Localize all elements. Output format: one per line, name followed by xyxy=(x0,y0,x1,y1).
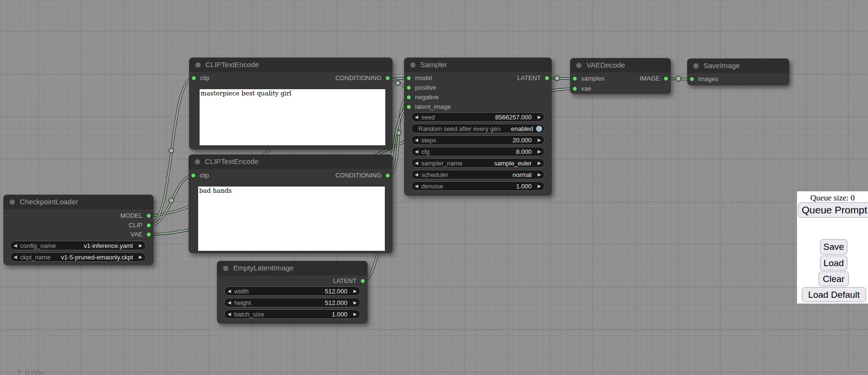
node-clip-text-encode-negative[interactable]: CLIPTextEncode clip CONDITIONING bad han… xyxy=(189,154,392,253)
widget-batch-size[interactable]: ◀ batch_size 1.000 ▶ xyxy=(224,309,360,319)
next-arrow-icon[interactable]: ▶ xyxy=(350,289,360,293)
output-port-image[interactable] xyxy=(664,76,668,81)
node-collapse-dot[interactable] xyxy=(195,159,200,164)
next-arrow-icon[interactable]: ▶ xyxy=(535,115,544,119)
node-collapse-dot[interactable] xyxy=(223,266,228,271)
next-arrow-icon[interactable]: ▶ xyxy=(136,255,145,259)
input-port-positive[interactable] xyxy=(406,85,411,90)
input-port-images[interactable] xyxy=(690,77,694,82)
prev-arrow-icon[interactable]: ◀ xyxy=(412,115,421,119)
node-title-bar[interactable]: SaveImage xyxy=(687,59,789,73)
output-port-clip[interactable] xyxy=(146,223,151,228)
widget-scheduler[interactable]: ◀ scheduler normal ▶ xyxy=(411,170,545,179)
node-title: EmptyLatentImage xyxy=(233,261,294,275)
next-arrow-icon[interactable]: ▶ xyxy=(535,184,544,188)
prev-arrow-icon[interactable]: ◀ xyxy=(225,300,234,305)
widget-height[interactable]: ◀ height 512.000 ▶ xyxy=(224,298,360,307)
input-port-vae[interactable] xyxy=(572,86,577,91)
output-label: LATENT xyxy=(517,73,541,83)
node-title-bar[interactable]: CheckpointLoader xyxy=(3,195,154,209)
input-port-model[interactable] xyxy=(406,76,411,81)
prev-arrow-icon[interactable]: ◀ xyxy=(225,289,234,293)
control-panel: Queue size: 0 Queue Prompt Save Load Cle… xyxy=(797,191,868,304)
widget-random-seed-toggle[interactable]: Random seed after every gen enabled xyxy=(411,124,545,133)
widget-ckpt-name[interactable]: ◀ ckpt_name v1-5-pruned-emaonly.ckpt ▶ xyxy=(10,252,146,262)
widget-label: ckpt_name xyxy=(20,254,51,261)
widget-label: config_name xyxy=(20,242,56,249)
output-port-model[interactable] xyxy=(146,213,151,218)
widget-value: normal xyxy=(448,171,535,178)
link-clip-negative[interactable] xyxy=(149,176,193,225)
node-clip-text-encode-positive[interactable]: CLIPTextEncode clip CONDITIONING masterp… xyxy=(189,58,392,150)
widget-width[interactable]: ◀ width 512.000 ▶ xyxy=(224,286,360,296)
next-arrow-icon[interactable]: ▶ xyxy=(350,300,360,305)
node-title-bar[interactable]: Sampler xyxy=(404,58,552,72)
widget-label: scheduler xyxy=(421,171,448,178)
slot-row: positive xyxy=(404,83,552,93)
input-port-clip[interactable] xyxy=(191,173,196,178)
node-title-bar[interactable]: CLIPTextEncode xyxy=(189,154,392,169)
next-arrow-icon[interactable]: ▶ xyxy=(350,312,360,316)
slot-row: images xyxy=(687,74,789,84)
load-default-button[interactable]: Load Default xyxy=(802,287,866,302)
node-title-bar[interactable]: EmptyLatentImage xyxy=(217,261,368,275)
prev-arrow-icon[interactable]: ◀ xyxy=(225,312,234,316)
widget-cfg[interactable]: ◀ cfg 8.000 ▶ xyxy=(411,147,545,156)
widget-value: sample_euler xyxy=(463,160,535,167)
node-save-image[interactable]: SaveImage images xyxy=(687,59,789,85)
toggle-dot[interactable] xyxy=(536,126,542,132)
output-port-conditioning[interactable] xyxy=(385,173,390,178)
node-title-bar[interactable]: VAEDecode xyxy=(570,58,671,72)
prompt-textarea[interactable]: masterpiece best quality girl xyxy=(200,89,385,145)
prev-arrow-icon[interactable]: ◀ xyxy=(11,255,20,259)
widget-label: denoise xyxy=(421,183,443,190)
widget-value: v1-5-pruned-emaonly.ckpt xyxy=(51,254,136,261)
output-port-vae[interactable] xyxy=(146,232,151,237)
prev-arrow-icon[interactable]: ◀ xyxy=(412,138,421,142)
node-collapse-dot[interactable] xyxy=(195,62,201,68)
prev-arrow-icon[interactable]: ◀ xyxy=(412,184,421,188)
next-arrow-icon[interactable]: ▶ xyxy=(535,138,544,142)
clear-button[interactable]: Clear xyxy=(819,271,849,286)
node-title-bar[interactable]: CLIPTextEncode xyxy=(189,58,392,72)
node-empty-latent-image[interactable]: EmptyLatentImage LATENT ◀ width 512.000 … xyxy=(217,261,368,324)
prompt-textarea[interactable]: bad hands xyxy=(198,187,385,251)
node-collapse-dot[interactable] xyxy=(410,62,416,68)
prev-arrow-icon[interactable]: ◀ xyxy=(412,172,421,177)
node-collapse-dot[interactable] xyxy=(10,199,15,205)
node-sampler[interactable]: Sampler model LATENT positive negative l… xyxy=(404,58,552,196)
widget-steps[interactable]: ◀ steps 20.000 ▶ xyxy=(411,135,545,145)
prev-arrow-icon[interactable]: ◀ xyxy=(11,243,20,248)
next-arrow-icon[interactable]: ▶ xyxy=(136,243,145,248)
execution-timer: T: 0.00s xyxy=(17,369,44,375)
widget-label: batch_size xyxy=(234,311,264,318)
load-button[interactable]: Load xyxy=(820,256,847,270)
input-port-latent-image[interactable] xyxy=(406,105,411,109)
node-collapse-dot[interactable] xyxy=(693,63,699,69)
widget-value: v1-inference.yaml xyxy=(56,242,136,249)
save-button[interactable]: Save xyxy=(820,239,847,255)
node-collapse-dot[interactable] xyxy=(576,63,582,68)
node-vae-decode[interactable]: VAEDecode samples IMAGE vae xyxy=(570,58,671,94)
input-label: vae xyxy=(581,84,591,94)
widget-seed[interactable]: ◀ seed 8566257.000 ▶ xyxy=(411,112,545,122)
next-arrow-icon[interactable]: ▶ xyxy=(535,161,544,165)
next-arrow-icon[interactable]: ▶ xyxy=(535,149,544,154)
slot-row: model LATENT xyxy=(404,73,552,83)
output-port-conditioning[interactable] xyxy=(385,76,390,81)
widget-denoise[interactable]: ◀ denoise 1.000 ▶ xyxy=(411,181,545,191)
prev-arrow-icon[interactable]: ◀ xyxy=(412,161,421,165)
output-port-latent[interactable] xyxy=(360,279,365,283)
prev-arrow-icon[interactable]: ◀ xyxy=(412,149,421,154)
node-title: Sampler xyxy=(420,58,447,72)
node-checkpoint-loader[interactable]: CheckpointLoader MODEL CLIP VAE ◀ config… xyxy=(3,195,154,265)
input-port-negative[interactable] xyxy=(406,95,411,100)
input-port-clip[interactable] xyxy=(191,76,196,81)
widget-sampler-name[interactable]: ◀ sampler_name sample_euler ▶ xyxy=(411,158,545,168)
input-port-samples[interactable] xyxy=(572,76,577,81)
next-arrow-icon[interactable]: ▶ xyxy=(535,172,544,177)
widget-config-name[interactable]: ◀ config_name v1-inference.yaml ▶ xyxy=(10,241,146,250)
output-port-latent[interactable] xyxy=(545,76,549,81)
widget-value: 1.000 xyxy=(264,311,350,318)
queue-prompt-button[interactable]: Queue Prompt xyxy=(798,202,868,218)
